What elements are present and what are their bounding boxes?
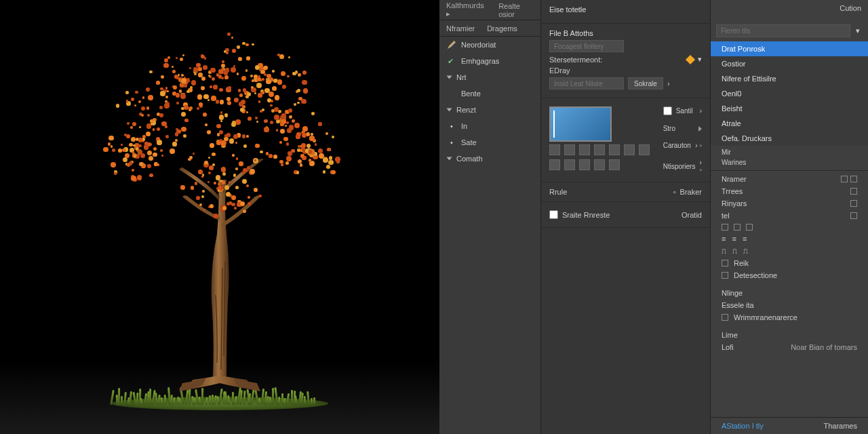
sidebar-item-2[interactable]: Nrt bbox=[439, 69, 540, 85]
search-row: ▾ bbox=[711, 20, 868, 41]
check-icon: ✔ bbox=[448, 57, 456, 65]
row4-label: Ntisporiers bbox=[663, 163, 696, 170]
field-1-input[interactable] bbox=[549, 40, 624, 52]
grid-cell[interactable] bbox=[594, 144, 605, 155]
menu-item-3[interactable]: Oenl0 bbox=[711, 86, 868, 101]
sidebar-item-label: Sate bbox=[461, 138, 477, 146]
section-title: Eise totetle bbox=[549, 5, 702, 14]
square-icon[interactable] bbox=[850, 188, 857, 195]
field-2-input[interactable] bbox=[549, 77, 624, 90]
sidebar-item-4[interactable]: Renzt bbox=[439, 102, 540, 118]
grid-cell[interactable] bbox=[609, 159, 620, 170]
sub3-label: EDray bbox=[549, 66, 702, 75]
sidebar-item-3[interactable]: Bente bbox=[439, 85, 540, 102]
grid-cell[interactable] bbox=[549, 159, 560, 170]
tool-det[interactable]: Detesectione bbox=[734, 271, 777, 279]
chevron-icon bbox=[447, 157, 452, 161]
sub2-label: Stersetermeont: bbox=[549, 56, 602, 64]
breadcrumb[interactable]: Kalthmurds ▸ bbox=[446, 1, 485, 18]
tool-reik[interactable]: Reik bbox=[734, 259, 749, 267]
sidebar-item-label: Nrt bbox=[456, 73, 467, 81]
left-column: Kalthmurds ▸ Realte osior Nframier Drage… bbox=[439, 0, 541, 434]
menu-item-5[interactable]: Atrale bbox=[711, 116, 868, 131]
chk-remote[interactable] bbox=[549, 210, 558, 219]
square-icon[interactable] bbox=[850, 212, 857, 219]
tab-a[interactable]: Nframier bbox=[446, 24, 475, 33]
group-item-1[interactable]: Wrimmranenarerce bbox=[734, 313, 797, 321]
search-input[interactable] bbox=[716, 24, 850, 37]
prop-row-1[interactable]: Rinyars bbox=[711, 197, 868, 210]
sidebar-item-6[interactable]: •Sate bbox=[439, 134, 540, 151]
footer: AStation I tly Tharames bbox=[711, 417, 868, 434]
lofi-right: Noar Bian of tomars bbox=[791, 343, 857, 351]
grid-cell[interactable] bbox=[564, 159, 575, 170]
play-icon[interactable] bbox=[698, 126, 702, 132]
grid-cell[interactable] bbox=[609, 144, 620, 155]
footer-left[interactable]: AStation I tly bbox=[722, 422, 764, 430]
prop-row-2[interactable]: tel bbox=[711, 210, 868, 222]
subsection-label: File B Attoths bbox=[549, 29, 702, 37]
sidebar-item-7[interactable]: Comath bbox=[439, 151, 540, 167]
select-button[interactable]: Sokrale bbox=[628, 77, 663, 90]
sidebar-list: Neordoriat✔EmhgagrasNrtBenteRenzt•In•Sat… bbox=[439, 37, 540, 167]
corner-button[interactable]: Cution bbox=[840, 4, 861, 12]
chevron-icon bbox=[447, 76, 452, 79]
chk2-label: Oratid bbox=[682, 211, 702, 219]
row5-label: Rrule bbox=[549, 188, 567, 196]
group-item-0[interactable]: Essele ita bbox=[722, 301, 754, 309]
properties-panel: Cution Kalthmurds ▸ Realte osior Nframie… bbox=[439, 0, 868, 434]
sidebar-item-5[interactable]: •In bbox=[439, 118, 540, 134]
square-icon[interactable] bbox=[850, 200, 857, 207]
middle-column: Eise totetle File B Attoths Stersetermeo… bbox=[541, 0, 711, 434]
lofi-label: Lofi bbox=[722, 343, 734, 351]
tree-illustration: for(let i=0;i<70;i++){document.write('<s… bbox=[98, 31, 342, 410]
row5b-label: Braker bbox=[680, 188, 702, 196]
topbar: Kalthmurds ▸ Realte osior bbox=[439, 0, 540, 20]
prop-row-0[interactable]: Trrees bbox=[711, 185, 868, 197]
sidebar-item-0[interactable]: Neordoriat bbox=[439, 37, 540, 53]
tree-canopy: const clumps=[[170,160,150,130],[70,130,… bbox=[104, 31, 335, 220]
grid-cell[interactable] bbox=[579, 159, 590, 170]
menu-item-6[interactable]: Oefa. Druckars bbox=[711, 131, 868, 146]
sidebar-item-1[interactable]: ✔Emhgagras bbox=[439, 53, 540, 69]
menu-item-2[interactable]: Nifere of Ettisilre bbox=[711, 71, 868, 86]
funnel-icon[interactable]: ▾ bbox=[698, 55, 702, 64]
section-brames: Nramer bbox=[722, 175, 747, 183]
tab-b[interactable]: Dragems bbox=[487, 24, 517, 33]
canvas-viewport[interactable]: for(let i=0;i<70;i++){document.write('<s… bbox=[0, 0, 439, 434]
sidebar-item-label: Emhgagras bbox=[461, 57, 499, 65]
square-icon[interactable] bbox=[841, 176, 848, 182]
menu-item-0[interactable]: Drat Ponrosk bbox=[711, 41, 868, 56]
sidebar-item-label: In bbox=[461, 122, 467, 130]
chevron-down-icon[interactable]: ▾ bbox=[853, 26, 863, 35]
footer-right[interactable]: Tharames bbox=[823, 422, 857, 430]
group-h: Nlinge bbox=[722, 289, 743, 297]
pencil-icon bbox=[448, 41, 456, 49]
material-preview[interactable] bbox=[549, 106, 612, 142]
section-header: Eise totetle bbox=[541, 0, 710, 24]
sidebar-item-label: Neordoriat bbox=[461, 41, 496, 49]
menu-item-1[interactable]: Gostior bbox=[711, 56, 868, 71]
sub-mir[interactable]: Mir bbox=[722, 149, 731, 156]
tab-row: Nframier Dragems bbox=[439, 20, 540, 37]
chk-santil[interactable] bbox=[663, 106, 672, 115]
grid-cell[interactable] bbox=[564, 144, 575, 155]
row3-label: Carauton bbox=[663, 142, 691, 149]
sub-warines[interactable]: Warines bbox=[722, 159, 746, 166]
chk-label: Sraite Rnreste bbox=[562, 211, 610, 219]
diamond-icon[interactable] bbox=[686, 54, 695, 64]
chevron-right-icon[interactable]: › bbox=[667, 79, 670, 87]
mode-label[interactable]: Realte osior bbox=[498, 2, 534, 18]
grid-cell[interactable] bbox=[639, 144, 650, 155]
grid-cell[interactable] bbox=[549, 144, 560, 155]
row1-label: Santil bbox=[676, 107, 693, 115]
grid-cell[interactable] bbox=[594, 159, 605, 170]
grid-cell[interactable] bbox=[624, 144, 635, 155]
grid-cell[interactable] bbox=[579, 144, 590, 155]
icon-grid bbox=[549, 144, 656, 170]
square-icon[interactable] bbox=[850, 176, 857, 182]
bullet-icon: • bbox=[448, 138, 456, 146]
menu-item-4[interactable]: Beisht bbox=[711, 101, 868, 116]
sidebar-item-label: Renzt bbox=[456, 106, 476, 114]
sidebar-item-label: Comath bbox=[456, 155, 483, 163]
